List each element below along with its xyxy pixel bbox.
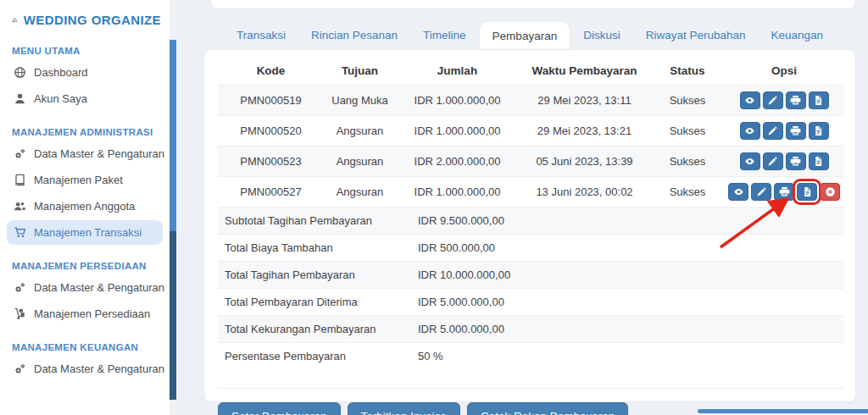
dolly-icon <box>14 307 26 320</box>
sidebar-section-title: MANAJEMEN KEUANGAN <box>12 342 158 352</box>
col-header-status: Status <box>650 57 725 86</box>
sidebar-item-dashboard[interactable]: Dashboard <box>7 60 163 85</box>
cell-jumlah: IDR 2.000.000,00 <box>396 147 519 177</box>
tab-keuangan[interactable]: Keuangan <box>759 21 837 50</box>
summary-label: Total Pembayaran Diterima <box>225 296 418 308</box>
sidebar-item-label: Data Master & Pengaturan <box>34 147 164 160</box>
printer-icon <box>790 95 801 106</box>
gears-icon <box>14 362 26 375</box>
print-button[interactable] <box>786 122 806 140</box>
cell-kode: PMN000520 <box>218 116 324 147</box>
sidebar-section-title: MENU UTAMA <box>12 46 158 56</box>
table-header-row: Kode Tujuan Jumlah Waktu Pembayaran Stat… <box>218 57 843 86</box>
cell-status: Sukses <box>650 116 725 147</box>
summary-row: Persentase Pembayaran 50 % <box>218 342 843 369</box>
table-row: PMN000527 Angsuran IDR 1.000.000,00 13 J… <box>218 177 843 208</box>
tab-transaksi[interactable]: Transaksi <box>224 21 298 50</box>
cell-kode: PMN000519 <box>218 86 324 116</box>
brand-name: WEDDING ORGANIZE <box>24 13 161 27</box>
edit-button[interactable] <box>763 152 783 170</box>
book-icon <box>14 174 26 186</box>
col-header-opsi: Opsi <box>725 57 843 86</box>
cell-tujuan: Angsuran <box>324 147 396 177</box>
summary-label: Persentase Pembayaran <box>225 350 418 362</box>
summary-row: Total Pembayaran Diterima IDR 5.000.000,… <box>218 288 843 315</box>
tab-bar: Transaksi Rincian Pesanan Timeline Pemba… <box>224 21 836 50</box>
invoice-button-highlighted[interactable] <box>797 183 817 201</box>
main-content: Transaksi Rincian Pesanan Timeline Pemba… <box>176 0 868 415</box>
print-button[interactable] <box>774 183 794 201</box>
view-button[interactable] <box>728 183 748 201</box>
cell-status: Sukses <box>650 86 725 116</box>
cell-waktu: 29 Mei 2023, 13:11 <box>519 86 650 116</box>
invoice-button[interactable] <box>809 152 829 170</box>
sidebar-item-akun-saya[interactable]: Akun Saya <box>7 86 163 111</box>
tab-rincian-pesanan[interactable]: Rincian Pesanan <box>298 21 410 50</box>
edit-button[interactable] <box>751 183 771 201</box>
sidebar-scrollbar-thumb-dark[interactable] <box>170 231 176 400</box>
view-button[interactable] <box>740 152 760 170</box>
users-icon <box>14 200 26 213</box>
view-button[interactable] <box>740 122 760 140</box>
eye-icon <box>733 186 744 197</box>
file-icon <box>802 186 813 197</box>
eye-icon <box>744 156 755 167</box>
cetak-rekap-pembayaran-button[interactable]: Cetak Rekap Pembayaran <box>467 402 628 415</box>
brand-logo-icon <box>12 10 18 30</box>
sidebar-item-data-master-persediaan[interactable]: Data Master & Pengaturan <box>7 275 163 300</box>
user-icon <box>14 92 26 105</box>
cancel-button[interactable] <box>820 183 840 201</box>
sidebar-item-label: Manajemen Paket <box>34 174 123 186</box>
cell-jumlah: IDR 1.000.000,00 <box>396 177 519 208</box>
summary-value: IDR 5.000.000,00 <box>418 323 504 335</box>
edit-button[interactable] <box>763 91 783 109</box>
setor-pembayaran-button[interactable]: Setor Pembayaran <box>218 402 341 415</box>
tab-riwayat-perubahan[interactable]: Riwayat Perubahan <box>633 21 759 50</box>
horizontal-scrollbar[interactable] <box>698 409 868 413</box>
cell-status: Sukses <box>650 147 725 177</box>
sidebar-item-manajemen-paket[interactable]: Manajemen Paket <box>7 168 163 192</box>
cell-waktu: 13 Juni 2023, 00:02 <box>519 177 650 208</box>
sidebar-item-manajemen-anggota[interactable]: Manajemen Anggota <box>7 194 163 219</box>
sidebar-item-label: Manajemen Anggota <box>34 200 135 213</box>
pencil-icon <box>767 125 778 136</box>
tab-diskusi[interactable]: Diskusi <box>570 21 633 50</box>
printer-icon <box>779 186 790 197</box>
file-icon <box>813 125 824 136</box>
sidebar-item-manajemen-transaksi[interactable]: Manajemen Transaksi <box>7 220 163 245</box>
cell-status: Sukses <box>650 177 725 208</box>
row-actions <box>728 91 840 109</box>
sidebar-scrollbar[interactable] <box>170 0 176 415</box>
table-row: PMN000519 Uang Muka IDR 1.000.000,00 29 … <box>218 86 843 116</box>
view-button[interactable] <box>740 91 760 109</box>
print-button[interactable] <box>786 152 806 170</box>
invoice-button[interactable] <box>809 91 829 109</box>
page: WEDDING ORGANIZE MENU UTAMA Dashboard Ak… <box>0 0 868 415</box>
sidebar-item-manajemen-persediaan[interactable]: Manajemen Persediaan <box>7 302 163 326</box>
row-actions <box>728 122 840 140</box>
print-button[interactable] <box>786 91 806 109</box>
cell-kode: PMN000523 <box>218 147 324 177</box>
terbitkan-invoice-button[interactable]: Terbitkan Invoice <box>348 402 460 415</box>
table-row: PMN000523 Angsuran IDR 2.000.000,00 05 J… <box>218 147 843 177</box>
invoice-button[interactable] <box>809 122 829 140</box>
printer-icon <box>790 156 801 167</box>
sidebar-item-data-master-keuangan[interactable]: Data Master & Pengaturan <box>7 357 163 381</box>
edit-button[interactable] <box>763 122 783 140</box>
pencil-icon <box>756 186 767 197</box>
sidebar-scrollbar-thumb-light[interactable] <box>170 40 176 231</box>
summary-value: IDR 500.000,00 <box>418 241 495 254</box>
row-actions <box>728 183 840 201</box>
sidebar-item-label: Data Master & Pengaturan <box>34 362 164 375</box>
tab-timeline[interactable]: Timeline <box>410 21 479 50</box>
cell-waktu: 05 Juni 2023, 13:39 <box>519 147 650 177</box>
gears-icon <box>14 147 26 160</box>
summary-label: Total Tagihan Pembayaran <box>225 268 418 281</box>
payments-table: Kode Tujuan Jumlah Waktu Pembayaran Stat… <box>218 57 843 207</box>
summary-label: Total Kekurangan Pembayaran <box>225 323 418 335</box>
tab-pembayaran[interactable]: Pembayaran <box>479 21 571 50</box>
col-header-jumlah: Jumlah <box>396 57 519 86</box>
summary-row: Total Biaya Tambahan IDR 500.000,00 <box>218 234 843 261</box>
app-logo[interactable]: WEDDING ORGANIZE <box>12 10 161 30</box>
sidebar-item-data-master-administrasi[interactable]: Data Master & Pengaturan <box>7 141 163 166</box>
